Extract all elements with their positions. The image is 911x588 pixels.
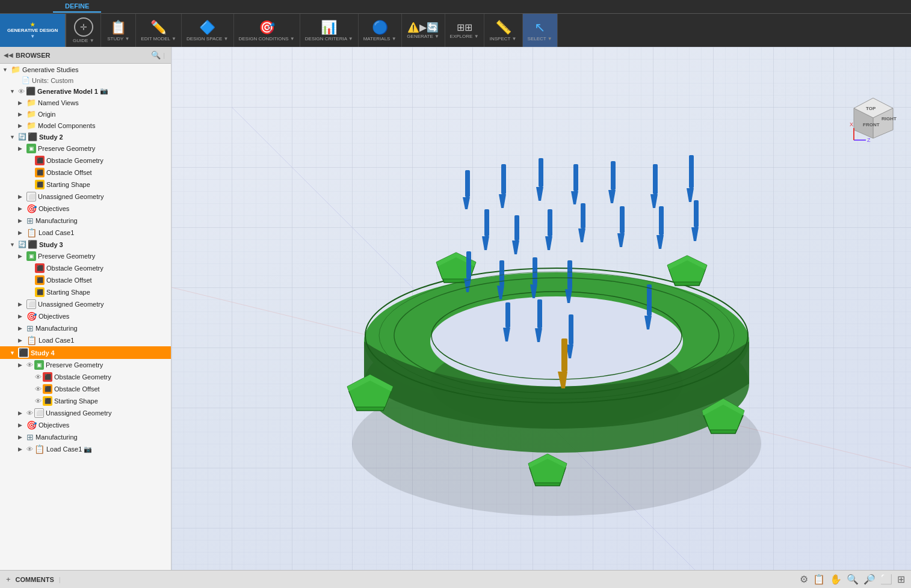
3d-scene <box>171 47 911 570</box>
tree-item-s4-manufacturing[interactable]: ▶ ⊞ Manufacturing <box>0 431 171 443</box>
svg-text:RIGHT: RIGHT <box>882 116 897 121</box>
svg-marker-47 <box>578 228 585 242</box>
design-conditions-tool[interactable]: 🎯 DESIGN CONDITIONS ▼ <box>234 14 300 47</box>
tree-item-study4[interactable]: ▼ ⬛ Study 4 <box>0 346 171 359</box>
viewport-controls: ⚙ 📋 ✋ 🔍 🔎 ⬜ ⊞ <box>800 574 905 585</box>
svg-marker-35 <box>608 190 616 203</box>
browser-header: ◀◀ BROWSER 🔍 | <box>0 47 171 64</box>
app-name-label: GENERATIVE DESIGN <box>7 28 58 34</box>
tree-item-model-components[interactable]: ▶ 📁 Model Components <box>0 120 171 131</box>
tree-item-s4-offset[interactable]: 👁 ⬛ Obstacle Offset <box>0 383 171 395</box>
svg-rect-36 <box>653 164 658 194</box>
svg-text:Z: Z <box>867 137 871 143</box>
svg-marker-39 <box>687 188 694 202</box>
add-comment-button[interactable]: + <box>6 575 11 584</box>
tree-item-s3-loadcase[interactable]: ▶ 📋 Load Case1 <box>0 334 171 346</box>
explore-tool[interactable]: ⊞⊞ EXPLORE ▼ <box>445 14 484 47</box>
zoom-icon[interactable]: 🔎 <box>863 574 875 585</box>
svg-rect-28 <box>501 164 506 194</box>
tree-item-s2-offset[interactable]: ⬛ Obstacle Offset <box>0 167 171 179</box>
inspect-tool[interactable]: 📏 INSPECT ▼ <box>484 14 523 47</box>
tree-item-s3-objectives[interactable]: ▶ 🎯 Objectives <box>0 310 171 322</box>
grid-icon[interactable]: ⊞ <box>897 574 905 585</box>
svg-text:TOP: TOP <box>866 106 876 111</box>
svg-rect-64 <box>537 299 542 328</box>
svg-text:X: X <box>850 121 853 127</box>
select-tool[interactable]: ↖ SELECT ▼ <box>523 14 558 47</box>
browser-tree: ▼ 📁 Generative Studies 📄 Units: Custom ▼… <box>0 64 171 570</box>
generate-tool[interactable]: ⚠️▶🔄 GENERATE ▼ <box>402 14 445 47</box>
svg-rect-46 <box>581 203 585 228</box>
edit-model-tool[interactable]: ✏️ EDIT MODEL ▼ <box>136 14 182 47</box>
study-tool[interactable]: 📋 STUDY ▼ <box>101 14 136 47</box>
tree-item-s4-objectives[interactable]: ▶ 🎯 Objectives <box>0 419 171 431</box>
svg-marker-41 <box>482 236 489 250</box>
svg-rect-58 <box>533 257 537 284</box>
materials-tool[interactable]: 🔵 MATERIALS ▼ <box>359 14 402 47</box>
tree-item-s3-offset[interactable]: ⬛ Obstacle Offset <box>0 274 171 286</box>
svg-text:FRONT: FRONT <box>863 122 880 127</box>
tree-item-named-views[interactable]: ▶ 📁 Named Views <box>0 97 171 108</box>
view-cube[interactable]: FRONT RIGHT TOP Z X <box>848 95 899 146</box>
svg-rect-42 <box>514 215 519 240</box>
design-criteria-tool[interactable]: 📊 DESIGN CRITERIA ▼ <box>300 14 359 47</box>
bottom-bar: + COMMENTS | ⚙ 📋 ✋ 🔍 🔎 ⬜ ⊞ <box>0 570 911 588</box>
tree-item-generative-model[interactable]: ▼ 👁 ⬛ Generative Model 1 📷 <box>0 85 171 97</box>
viewport[interactable]: FRONT RIGHT TOP Z X <box>171 47 911 570</box>
svg-rect-70 <box>561 338 567 372</box>
tree-item-s3-starting[interactable]: ⬛ Starting Shape <box>0 286 171 298</box>
tree-item-s4-loadcase[interactable]: ▶ 👁 📋 Load Case1 📷 <box>0 443 171 455</box>
fit-icon[interactable]: 🔍 <box>847 574 859 585</box>
svg-rect-44 <box>548 209 552 236</box>
svg-rect-60 <box>567 260 572 289</box>
layout-icon[interactable]: 📋 <box>813 574 825 585</box>
guide-tool[interactable]: ✛ GUIDE ▼ <box>66 14 101 47</box>
svg-rect-32 <box>573 164 578 191</box>
tree-item-s4-unassigned[interactable]: ▶ 👁 ⬜ Unassigned Geometry <box>0 407 171 419</box>
tree-item-s2-starting[interactable]: ⬛ Starting Shape <box>0 179 171 191</box>
tree-item-s3-manufacturing[interactable]: ▶ ⊞ Manufacturing <box>0 322 171 334</box>
svg-rect-52 <box>694 200 699 227</box>
svg-rect-40 <box>484 209 489 236</box>
tree-item-s3-preserve[interactable]: ▶ ▣ Preserve Geometry <box>0 250 171 262</box>
tree-item-generative-studies[interactable]: ▼ 📁 Generative Studies <box>0 64 171 75</box>
pan-icon[interactable]: ✋ <box>830 574 842 585</box>
svg-rect-38 <box>689 155 694 188</box>
svg-marker-33 <box>571 191 578 204</box>
tree-item-study2[interactable]: ▼ 🔄 ⬛ Study 2 <box>0 131 171 142</box>
tree-item-s2-obstacle[interactable]: ⬛ Obstacle Geometry <box>0 155 171 167</box>
tree-item-s2-loadcase[interactable]: ▶ 📋 Load Case1 <box>0 227 171 239</box>
tree-item-s3-unassigned[interactable]: ▶ ⬜ Unassigned Geometry <box>0 298 171 310</box>
browser-search-button[interactable]: 🔍 <box>151 51 161 60</box>
tree-item-s4-obstacle[interactable]: 👁 ⬛ Obstacle Geometry <box>0 371 171 383</box>
tree-item-s2-objectives[interactable]: ▶ 🎯 Objectives <box>0 203 171 215</box>
tree-item-study3[interactable]: ▼ 🔄 ⬛ Study 3 <box>0 239 171 250</box>
svg-marker-53 <box>691 227 699 241</box>
tree-item-units[interactable]: 📄 Units: Custom <box>0 75 171 85</box>
tree-item-s2-manufacturing[interactable]: ▶ ⊞ Manufacturing <box>0 215 171 227</box>
svg-point-8 <box>430 296 683 387</box>
svg-rect-30 <box>539 158 543 187</box>
svg-rect-54 <box>466 251 471 278</box>
tree-item-s4-preserve[interactable]: ▶ 👁 ▣ Preserve Geometry <box>0 359 171 371</box>
svg-marker-43 <box>512 240 519 254</box>
sidebar: ◀◀ BROWSER 🔍 | ▼ 📁 Generative Studies 📄 … <box>0 47 171 570</box>
svg-marker-31 <box>536 187 543 201</box>
settings-icon[interactable]: ⚙ <box>800 574 808 585</box>
tree-item-s2-unassigned[interactable]: ▶ ⬜ Unassigned Geometry <box>0 191 171 203</box>
svg-rect-34 <box>611 161 616 190</box>
tree-item-origin[interactable]: ▶ 📁 Origin <box>0 108 171 120</box>
design-space-tool[interactable]: 🔷 DESIGN SPACE ▼ <box>182 14 234 47</box>
define-tab[interactable]: DEFINE <box>53 1 101 13</box>
svg-marker-27 <box>463 197 470 209</box>
view-icon[interactable]: ⬜ <box>880 574 892 585</box>
svg-rect-66 <box>569 314 573 345</box>
comments-label: COMMENTS <box>16 576 54 583</box>
generative-design-button[interactable]: ★ GENERATIVE DESIGN ▼ <box>0 14 66 47</box>
svg-rect-68 <box>647 284 652 316</box>
svg-rect-50 <box>659 206 664 235</box>
tree-item-s3-obstacle[interactable]: ⬛ Obstacle Geometry <box>0 262 171 274</box>
tree-item-s4-starting[interactable]: 👁 ⬛ Starting Shape <box>0 395 171 407</box>
tree-item-s2-preserve[interactable]: ▶ ▣ Preserve Geometry <box>0 142 171 155</box>
svg-rect-48 <box>620 206 625 233</box>
